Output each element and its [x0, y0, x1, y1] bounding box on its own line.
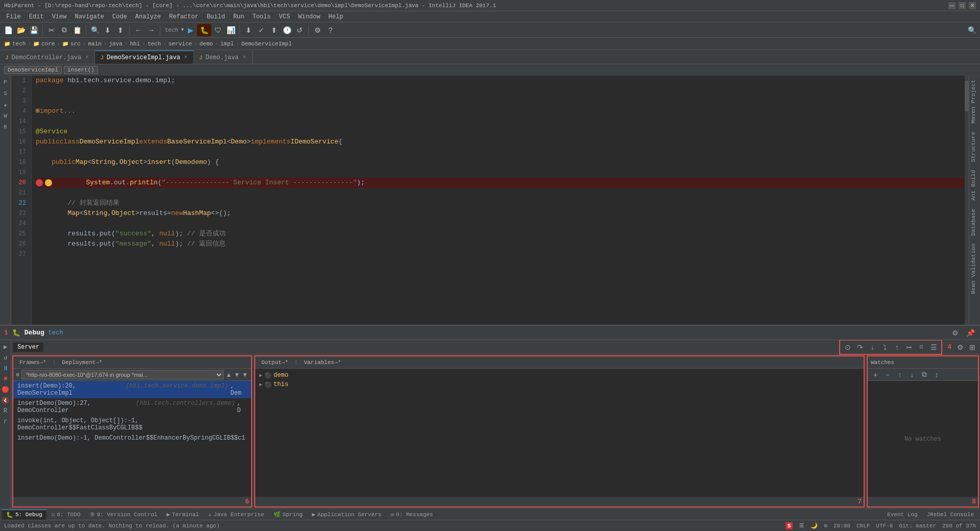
menu-view[interactable]: View — [48, 11, 71, 22]
scroll-thumb[interactable] — [965, 81, 969, 111]
sidebar-project-icon[interactable]: P — [1, 78, 10, 87]
debug-rebel-btn[interactable]: R — [1, 406, 10, 416]
tab-close-3[interactable]: × — [242, 54, 247, 61]
status-lang-icon[interactable]: 英 — [799, 522, 804, 529]
coverage-button[interactable]: 🛡 — [212, 24, 224, 36]
sidebar-rebel-icon[interactable]: R — [1, 123, 10, 132]
bottom-tab-debug[interactable]: 🐛 5: Debug — [2, 510, 46, 520]
thread-filter[interactable]: ▼ — [242, 371, 248, 378]
right-tab-maven[interactable]: Maven Project — [969, 76, 980, 128]
status-lang-extra[interactable]: 🌙 — [811, 522, 818, 529]
bottom-tab-messages[interactable]: ✉ 0: Messages — [386, 510, 437, 520]
var-expand-demo[interactable]: ▶ — [259, 372, 262, 378]
debug-resume-btn[interactable]: ▶ — [1, 342, 10, 351]
code-content[interactable]: package hbi.tech.service.demo.impl; ⊞imp… — [32, 76, 969, 325]
bottom-tab-terminal[interactable]: ▶ Terminal — [162, 510, 203, 520]
menu-analyze[interactable]: Analyze — [131, 11, 165, 22]
status-settings[interactable]: ⚙ — [824, 522, 827, 529]
toolbar-vcs-update[interactable]: ⬇ — [242, 24, 255, 36]
breadcrumb-method[interactable]: insert() — [64, 66, 98, 74]
frame-item-2[interactable]: invoke(int, Object, Object[]):-1, DemoCo… — [13, 416, 251, 433]
debug-settings-btn[interactable]: ⚙ — [949, 327, 961, 339]
right-tab-structure[interactable]: Structure — [969, 128, 980, 166]
menu-run[interactable]: Run — [229, 11, 249, 22]
debug-restore-layout[interactable]: ⊞ — [967, 342, 978, 353]
profile-button[interactable]: 📊 — [225, 24, 237, 36]
sidebar-favorites-icon[interactable]: ★ — [1, 100, 10, 109]
thread-scroll-down[interactable]: ▼ — [234, 371, 240, 378]
watches-down-btn[interactable]: ↓ — [906, 369, 918, 380]
nav-tech[interactable]: tech — [12, 41, 26, 47]
menu-window[interactable]: Window — [294, 11, 324, 22]
frame-item-0[interactable]: insert(Demo):20, DemoServiceImpl (hbi.te… — [13, 381, 251, 398]
debug-step-out[interactable]: ↑ — [891, 342, 902, 353]
bottom-tab-todo[interactable]: ☑ 6: TODO — [47, 510, 85, 520]
menu-vcs[interactable]: VCS — [275, 11, 295, 22]
debug-rebel2-btn[interactable]: r — [1, 417, 10, 426]
toolbar-paste-btn[interactable]: 📋 — [71, 24, 83, 36]
breadcrumb-class[interactable]: DemoServiceImpl — [4, 66, 62, 74]
menu-file[interactable]: File — [2, 11, 25, 22]
menu-edit[interactable]: Edit — [25, 11, 48, 22]
toolbar-fwd-btn[interactable]: → — [145, 24, 157, 36]
nav-demoserviceimpl[interactable]: DemoServiceImpl — [241, 41, 292, 47]
bottom-tab-spring[interactable]: 🌿 Spring — [270, 510, 307, 520]
bottom-tab-vcs[interactable]: ⑨ 9: Version Control — [86, 510, 162, 520]
bottom-tab-jrebel-console[interactable]: JRebel Console — [923, 510, 978, 520]
menu-code[interactable]: Code — [108, 11, 131, 22]
tab-demoserviceimpl[interactable]: J DemoServiceImpl.java × — [95, 51, 194, 64]
debug-step-into[interactable]: ↓ — [867, 342, 878, 353]
toolbar-vcs-history[interactable]: 🕐 — [281, 24, 293, 36]
var-expand-this[interactable]: ▶ — [259, 381, 262, 388]
maximize-button[interactable]: □ — [959, 2, 966, 9]
bottom-tab-app-servers[interactable]: ▶ Application Servers — [308, 510, 385, 520]
toolbar-find-prev-btn[interactable]: ⬆ — [114, 24, 127, 36]
toolbar-back-btn[interactable]: ← — [132, 24, 144, 36]
nav-impl[interactable]: impl — [220, 41, 234, 47]
right-tab-ant[interactable]: Ant Build — [969, 166, 980, 204]
toolbar-new-btn[interactable]: 📄 — [2, 24, 14, 36]
run-button[interactable]: ▶ — [184, 24, 197, 36]
nav-core[interactable]: core — [41, 41, 55, 47]
toolbar-save-btn[interactable]: 💾 — [28, 24, 40, 36]
status-charset[interactable]: UTF-8 — [876, 523, 893, 529]
menu-navigate[interactable]: Navigate — [70, 11, 108, 22]
debug-frames-btn[interactable]: ☰ — [928, 342, 939, 353]
editor-scrollbar[interactable] — [965, 76, 969, 325]
status-s-icon[interactable]: S — [786, 522, 793, 529]
frame-item-3[interactable]: insertDemo(Demo):-1, DemoController$$Enh… — [13, 433, 251, 443]
toolbar-vcs-push[interactable]: ⬆ — [268, 24, 280, 36]
debug-show-frames[interactable]: ⊙ — [842, 342, 853, 353]
debug-right-settings[interactable]: ⚙ — [954, 342, 966, 353]
minimize-button[interactable]: — — [948, 2, 955, 9]
deployment-tab[interactable]: Deployment→* — [59, 359, 105, 366]
debug-stop-btn[interactable]: ■ — [1, 374, 10, 383]
nav-java[interactable]: java — [109, 41, 122, 47]
toolbar-help-btn[interactable]: ? — [324, 24, 336, 36]
debug-button[interactable]: 🐛 — [197, 24, 211, 36]
status-position[interactable]: 290 of 37h — [942, 523, 976, 529]
frames-tab[interactable]: Frames→* — [16, 359, 50, 366]
status-encoding[interactable]: CRLF — [856, 523, 870, 529]
output-tab[interactable]: Output→* — [258, 359, 291, 366]
nav-tech2[interactable]: tech — [148, 41, 161, 47]
watches-inline-btn[interactable]: ↕ — [931, 369, 942, 380]
menu-tools[interactable]: Tools — [249, 11, 275, 22]
close-button[interactable]: ✕ — [969, 2, 976, 9]
toolbar-copy-btn[interactable]: ⧉ — [58, 24, 70, 36]
watches-remove-btn[interactable]: − — [882, 369, 893, 380]
status-line-col[interactable]: 20:80 — [834, 523, 850, 529]
toolbar-find-btn[interactable]: 🔍 — [89, 24, 101, 36]
run-config-dropdown-icon[interactable]: ▼ — [181, 27, 184, 33]
watches-add-btn[interactable]: + — [870, 369, 881, 380]
thread-scroll-up[interactable]: ▲ — [226, 371, 232, 378]
variables-tab[interactable]: Variables→* — [301, 359, 344, 366]
menu-refactor[interactable]: Refactor — [165, 11, 203, 22]
sidebar-web-icon[interactable]: W — [1, 111, 10, 120]
debug-server-tab[interactable]: Server — [13, 343, 43, 352]
debug-evaluate[interactable]: ⌗ — [916, 342, 927, 353]
tab-close-1[interactable]: × — [84, 54, 89, 61]
toolbar-cut-btn[interactable]: ✂ — [45, 24, 58, 36]
debug-breakpoints-btn[interactable]: 🔴 — [1, 385, 10, 394]
watches-copy-btn[interactable]: ⧉ — [919, 369, 930, 380]
